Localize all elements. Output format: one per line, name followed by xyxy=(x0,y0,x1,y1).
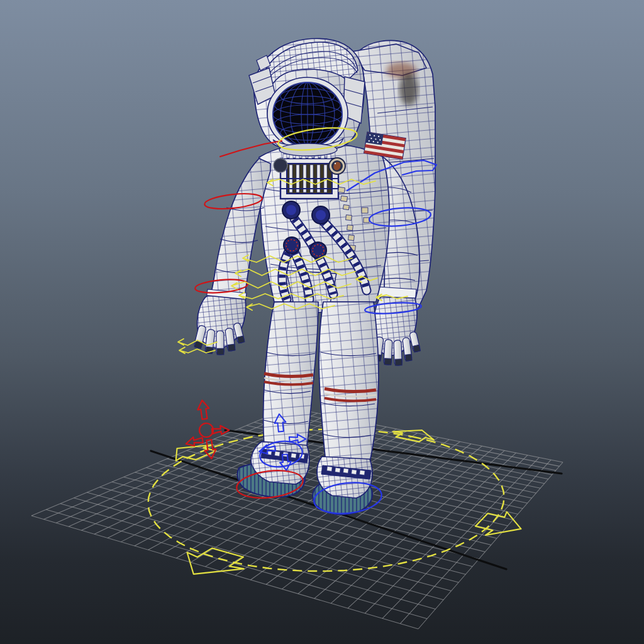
grid-line xyxy=(31,516,418,629)
left-chest-patch xyxy=(274,158,287,172)
grid-line xyxy=(46,509,427,619)
grid-line xyxy=(60,504,436,609)
chest-control-panel xyxy=(280,154,338,199)
left-glove[interactable] xyxy=(194,289,247,355)
viewport[interactable] xyxy=(0,0,644,644)
grid-line xyxy=(74,498,443,600)
legs[interactable] xyxy=(264,302,379,464)
grid-line xyxy=(418,462,563,629)
left-arm[interactable] xyxy=(194,158,270,355)
grid-line xyxy=(146,468,485,552)
pack-dark-smudge xyxy=(399,73,418,106)
grid-line xyxy=(205,433,417,567)
mission-patch xyxy=(329,158,345,174)
grid-line xyxy=(87,492,451,591)
helmet[interactable] xyxy=(249,38,365,156)
